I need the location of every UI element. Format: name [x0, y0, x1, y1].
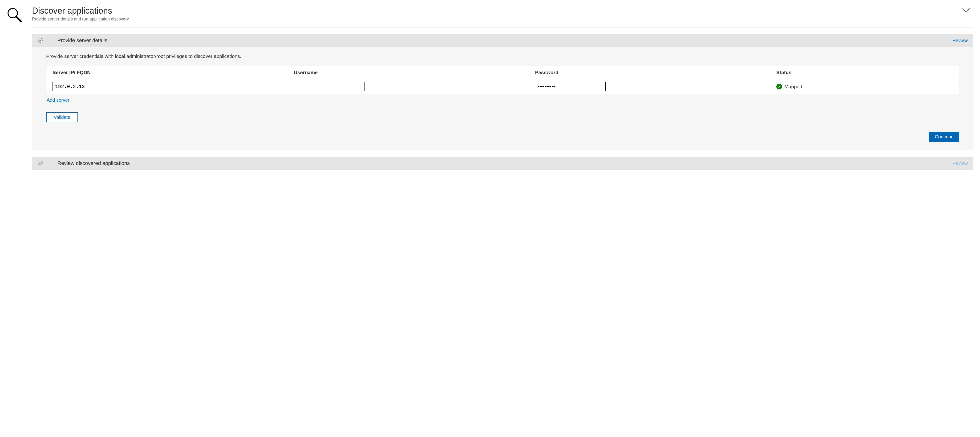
col-header-password: Password: [529, 66, 770, 79]
svg-point-3: [38, 161, 42, 165]
password-input[interactable]: [535, 82, 606, 91]
check-circle-icon: [38, 160, 43, 166]
step2-review-link[interactable]: Review: [952, 161, 968, 166]
page-title: Discover applications: [32, 6, 974, 16]
step1-body: Provide server credentials with local ad…: [32, 47, 974, 150]
svg-point-2: [38, 38, 42, 42]
col-header-status: Status: [770, 66, 959, 79]
status-success-icon: [776, 84, 782, 89]
username-input[interactable]: [294, 82, 364, 91]
table-row: Mapped: [46, 79, 959, 94]
step2-header: Review discovered applications Review: [32, 157, 974, 170]
col-header-username: Username: [288, 66, 529, 79]
step1-instruction: Provide server credentials with local ad…: [46, 53, 959, 59]
collapse-chevron-icon[interactable]: [961, 7, 970, 14]
validate-button[interactable]: Validate: [46, 112, 78, 122]
server-ip-input[interactable]: [52, 82, 123, 91]
continue-button[interactable]: Continue: [929, 132, 959, 142]
check-circle-icon: [38, 38, 43, 43]
step2-title: Review discovered applications: [57, 160, 938, 166]
step1-title: Provide server details: [57, 37, 938, 43]
step1-header: Provide server details Review: [32, 34, 974, 47]
server-table: Server IP/ FQDN Username Password Status: [46, 66, 959, 94]
col-header-server: Server IP/ FQDN: [46, 66, 288, 79]
page-subtitle: Provide server details and run applicati…: [32, 17, 974, 22]
svg-line-1: [16, 17, 21, 21]
status-text: Mapped: [784, 84, 802, 89]
status-cell: Mapped: [776, 84, 802, 89]
add-server-link[interactable]: Add server: [47, 97, 70, 103]
search-icon: [6, 18, 22, 23]
step1-review-link[interactable]: Review: [952, 38, 968, 43]
